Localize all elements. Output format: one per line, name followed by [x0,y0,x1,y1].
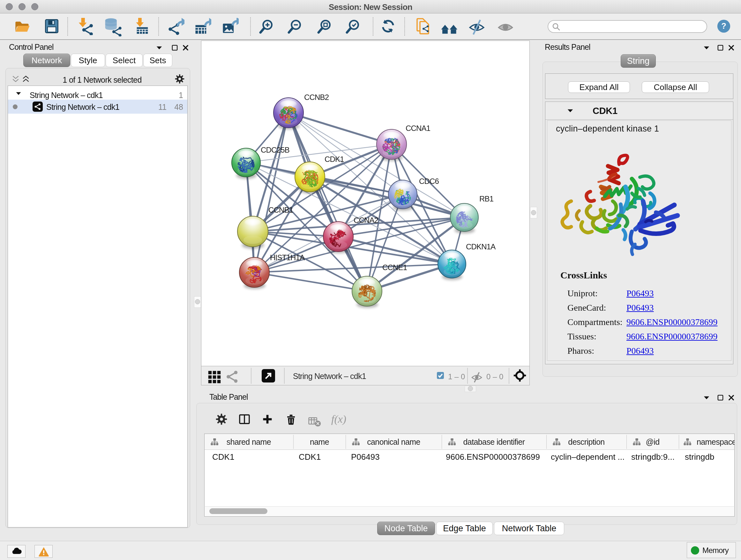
svg-text:CCNA2: CCNA2 [354,216,379,225]
svg-text:CDC6: CDC6 [419,177,439,186]
svg-text:RB1: RB1 [479,194,494,203]
svg-text:CDC25B: CDC25B [261,145,289,154]
svg-text:CCNA1: CCNA1 [406,124,430,132]
svg-text:CDKN1A: CDKN1A [466,242,495,251]
svg-text:CCNB1: CCNB1 [268,206,293,214]
svg-text:CCNE1: CCNE1 [382,263,407,272]
svg-text:?: ? [721,21,726,30]
svg-text:HIST1H1A: HIST1H1A [270,253,305,262]
svg-text:CCNB2: CCNB2 [304,93,329,102]
svg-text:CDK1: CDK1 [325,155,344,164]
